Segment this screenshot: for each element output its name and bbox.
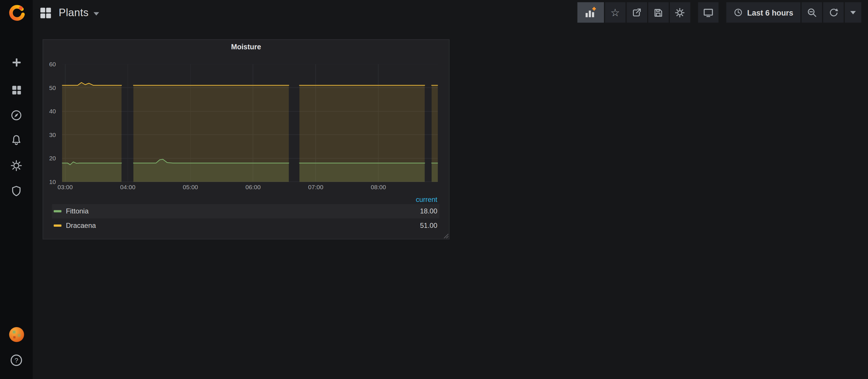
sidebar-item-explore[interactable] bbox=[0, 102, 33, 128]
series-swatch-dracaena[interactable] bbox=[54, 225, 62, 227]
x-tick-label: 06:00 bbox=[245, 183, 261, 190]
panel-title[interactable]: Moisture bbox=[43, 43, 449, 51]
grafana-logo-icon bbox=[7, 4, 26, 23]
share-dashboard-button[interactable] bbox=[627, 2, 647, 23]
y-tick-label: 40 bbox=[49, 108, 56, 114]
legend-row: Fittonia 18.00 bbox=[52, 204, 439, 218]
grafana-app: ? Plants bbox=[0, 0, 868, 379]
x-tick-label: 08:00 bbox=[371, 183, 386, 190]
refresh-icon bbox=[828, 7, 839, 18]
refresh-dashboard-button[interactable] bbox=[823, 2, 844, 23]
grafana-logo[interactable] bbox=[0, 1, 33, 26]
server-admin-shield-icon bbox=[10, 184, 23, 197]
series-fill-dracaena bbox=[62, 82, 122, 182]
star-dashboard-button[interactable]: ☆ bbox=[605, 2, 625, 23]
navbar: Plants ☆ bbox=[33, 0, 868, 25]
refresh-interval-dropdown[interactable] bbox=[845, 2, 861, 23]
sidebar-item-dashboards[interactable] bbox=[0, 77, 33, 103]
configuration-gear-icon bbox=[10, 159, 23, 172]
x-tick-label: 03:00 bbox=[58, 183, 73, 190]
dashboard-title[interactable]: Plants bbox=[59, 6, 89, 19]
add-panel-button[interactable] bbox=[577, 2, 604, 23]
sidebar-item-configuration[interactable] bbox=[0, 152, 33, 178]
sidebar-item-help[interactable]: ? bbox=[0, 347, 33, 373]
search-zoom-out-icon bbox=[806, 7, 817, 18]
sidebar: ? bbox=[0, 0, 33, 379]
panel-resize-handle[interactable] bbox=[443, 233, 448, 238]
user-avatar-icon bbox=[8, 326, 25, 343]
series-label[interactable]: Fittonia bbox=[66, 207, 89, 215]
clock-icon bbox=[734, 8, 743, 17]
sidebar-item-alerting[interactable] bbox=[0, 127, 33, 152]
y-tick-label: 50 bbox=[49, 84, 56, 91]
series-fill-dracaena bbox=[300, 85, 425, 182]
x-tick-label: 05:00 bbox=[183, 183, 198, 190]
chart-plot-area[interactable] bbox=[62, 64, 438, 182]
alerting-bell-icon bbox=[10, 134, 23, 146]
save-icon bbox=[653, 7, 664, 18]
x-tick-label: 04:00 bbox=[120, 183, 135, 190]
legend: current Fittonia 18.00 Dracaena 51.00 bbox=[52, 195, 439, 233]
dashboard-title-caret-icon[interactable] bbox=[94, 12, 99, 15]
navbar-left: Plants bbox=[39, 0, 99, 25]
navbar-gap bbox=[690, 2, 698, 23]
x-tick-label: 07:00 bbox=[308, 183, 323, 190]
series-line-dracaena bbox=[62, 82, 122, 85]
help-question-icon: ? bbox=[9, 353, 23, 367]
dashboards-grid-icon bbox=[10, 84, 22, 96]
apps-grid-icon bbox=[39, 6, 52, 19]
svg-text:?: ? bbox=[14, 356, 18, 364]
navbar-actions: ☆ bbox=[577, 2, 861, 23]
legend-sort-current[interactable]: current bbox=[416, 196, 439, 203]
x-axis: 03:0004:0005:0006:0007:0008:00 bbox=[62, 183, 438, 191]
series-label[interactable]: Dracaena bbox=[66, 222, 96, 230]
caret-down-icon bbox=[850, 11, 856, 14]
sidebar-item-server-admin[interactable] bbox=[0, 178, 33, 203]
share-icon bbox=[631, 7, 642, 18]
zoom-out-time-button[interactable] bbox=[802, 2, 822, 23]
save-dashboard-button[interactable] bbox=[648, 2, 669, 23]
user-avatar[interactable] bbox=[0, 322, 33, 347]
plus-icon bbox=[10, 57, 22, 69]
star-icon: ☆ bbox=[611, 7, 620, 18]
y-axis: 102030405060 bbox=[43, 64, 58, 182]
legend-row: Dracaena 51.00 bbox=[52, 218, 439, 233]
panel-moisture: Moisture 102030405060 03:0004:0005:0006:… bbox=[43, 39, 450, 239]
series-current-value: 51.00 bbox=[420, 222, 437, 230]
y-tick-label: 10 bbox=[49, 178, 56, 185]
navbar-gap bbox=[718, 2, 726, 23]
series-swatch-fittonia[interactable] bbox=[54, 210, 62, 212]
time-range-label: Last 6 hours bbox=[747, 8, 794, 17]
series-fill-dracaena bbox=[432, 85, 438, 182]
series-fill-dracaena bbox=[133, 85, 289, 182]
y-tick-label: 20 bbox=[49, 155, 56, 162]
cycle-view-mode-button[interactable] bbox=[698, 2, 718, 23]
dashboard-settings-button[interactable] bbox=[670, 2, 690, 23]
tv-display-icon bbox=[702, 7, 714, 18]
explore-compass-icon bbox=[10, 109, 23, 122]
moisture-graph bbox=[62, 64, 438, 182]
legend-header: current bbox=[52, 195, 439, 204]
sidebar-item-create[interactable] bbox=[0, 50, 33, 75]
settings-gear-icon bbox=[675, 7, 685, 18]
add-panel-icon bbox=[584, 6, 597, 19]
time-range-picker[interactable]: Last 6 hours bbox=[726, 2, 800, 23]
series-current-value: 18.00 bbox=[420, 207, 437, 215]
y-tick-label: 30 bbox=[49, 132, 56, 138]
y-tick-label: 60 bbox=[49, 61, 56, 68]
